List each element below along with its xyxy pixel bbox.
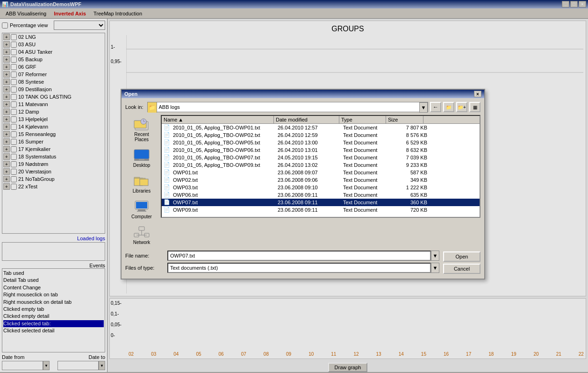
nav-network[interactable]: Network (127, 223, 157, 247)
dialog-title-text: Open (124, 91, 137, 97)
nav-libraries-label: Libraries (133, 188, 151, 194)
back-button[interactable]: ← (430, 102, 441, 112)
col-size-header[interactable]: Size (386, 116, 423, 123)
svg-rect-13 (134, 177, 140, 178)
footer-inputs: File name: ▼ Files of type: Text documen… (125, 251, 439, 275)
file-date-cell: 26.04.2010 13:02 (278, 162, 343, 168)
look-in-dropdown-btn[interactable]: ▼ (419, 102, 428, 113)
file-icon: 📄 (164, 207, 171, 213)
file-name-input[interactable] (167, 251, 431, 261)
file-row[interactable]: 📄 OWP02.txt 23.06.2008 09:06 Text Docume… (162, 176, 480, 184)
file-name-cell: OWP06.txt (173, 192, 278, 198)
desktop-icon (132, 148, 151, 163)
file-type-cell: Text Document (343, 200, 390, 205)
file-size-cell: 6 529 KB (390, 140, 427, 145)
dialog-toolbar: Look in: 📁 ABB logs ▼ ← 📁 📁+ ▦ (125, 102, 480, 112)
nav-recent-label: Recent Places (129, 132, 155, 142)
file-type-cell: Text Document (343, 170, 390, 175)
dialog-title-bar: Open × (122, 90, 484, 98)
file-type-cell: Text Document (343, 192, 390, 198)
nav-desktop[interactable]: Desktop (127, 146, 157, 170)
file-row[interactable]: 📄 2010_01_05, Applog_TBO-OWP05.txt 26.04… (162, 139, 480, 146)
svg-rect-14 (140, 179, 148, 186)
file-icon: 📄 (164, 147, 171, 153)
file-name-cell: 2010_01_05, Applog_TBO-OWP09.txt (173, 162, 278, 168)
open-button[interactable]: Open (443, 251, 480, 262)
file-date-cell: 23.06.2008 09:11 (278, 200, 343, 205)
file-name-cell: OWP02.txt (173, 177, 278, 183)
file-row[interactable]: 📄 2010_01_05, Applog_TBO-OWP06.txt 26.04… (162, 146, 480, 154)
file-type-cell: Text Document (343, 132, 390, 138)
file-row[interactable]: 📄 2010_01_05, Applog_TBO-OWP09.txt 26.04… (162, 161, 480, 169)
file-row[interactable]: 📄 OWP07.txt 23.06.2008 09:11 Text Docume… (162, 199, 480, 206)
svg-rect-9 (134, 150, 149, 159)
file-date-cell: 23.06.2008 09:11 (278, 207, 343, 213)
cancel-button[interactable]: Cancel (443, 264, 480, 274)
nav-computer[interactable]: Computer (127, 197, 157, 221)
file-name-cell: 2010_01_05, Applog_TBO-OWP07.txt (173, 155, 278, 160)
file-icon: 📄 (164, 139, 171, 146)
col-type-header[interactable]: Type (339, 116, 386, 123)
file-icon: 📄 (164, 177, 171, 183)
file-name-cell: 2010_01_05, Applog_TBO-OWP02.txt (173, 132, 278, 138)
files-type-value[interactable]: Text documents (.txt) (167, 263, 431, 273)
file-type-cell: Text Document (343, 162, 390, 168)
file-size-cell: 7 039 KB (390, 155, 427, 160)
file-date-cell: 26.04.2010 13:01 (278, 147, 343, 153)
file-name-dropdown-btn[interactable]: ▼ (431, 251, 439, 261)
file-name-cell: OWP01.txt (173, 170, 278, 175)
file-icon: 📄 (164, 154, 171, 161)
create-folder-button[interactable]: 📁+ (456, 102, 467, 112)
look-in-label: Look in: (125, 104, 143, 110)
file-row[interactable]: 📄 2010_01_05, Applog_TBO-OWP07.txt 24.05… (162, 154, 480, 161)
col-name-header[interactable]: Name ▲ (162, 116, 274, 123)
nav-libraries[interactable]: Libraries (127, 172, 157, 195)
file-name-cell: 2010_01_05, Applog_TBO-OWP06.txt (173, 147, 278, 153)
file-type-cell: Text Document (343, 155, 390, 160)
recent-places-icon (132, 117, 151, 132)
dialog-close-button[interactable]: × (474, 91, 481, 97)
view-button[interactable]: ▦ (469, 102, 480, 112)
svg-rect-17 (136, 202, 147, 208)
col-date-header[interactable]: Date modified (274, 116, 339, 123)
look-in-value[interactable]: ABB logs (157, 102, 419, 112)
file-row[interactable]: 📄 OWP01.txt 23.06.2008 09:07 Text Docume… (162, 169, 480, 176)
files-type-dropdown-btn[interactable]: ▼ (431, 263, 439, 273)
libraries-icon (132, 173, 151, 188)
file-icon: 📄 (164, 169, 171, 176)
file-date-cell: 26.04.2010 12:59 (278, 132, 343, 138)
dialog-content: Recent Places Desktop (125, 115, 480, 247)
file-row[interactable]: 📄 2010_01_05, Applog_TBO-OWP02.txt 26.04… (162, 131, 480, 139)
svg-rect-19 (137, 211, 146, 212)
file-size-cell: 349 KB (390, 177, 427, 183)
file-row[interactable]: 📄 OWP06.txt 23.06.2008 09:11 Text Docume… (162, 191, 480, 199)
files-type-label: Files of type: (125, 265, 167, 271)
file-type-cell: Text Document (343, 125, 390, 130)
computer-icon (132, 199, 151, 214)
svg-rect-15 (140, 178, 145, 179)
file-date-cell: 26.04.2010 13:00 (278, 140, 343, 145)
file-icon: 📄 (164, 132, 171, 138)
file-row[interactable]: 📄 2010_01_05, Applog_TBO-OWP01.txt 26.04… (162, 124, 480, 131)
file-row[interactable]: 📄 OWP09.txt 23.06.2008 09:11 Text Docume… (162, 206, 480, 214)
file-name-cell: 2010_01_05, Applog_TBO-OWP05.txt (173, 140, 278, 145)
file-size-cell: 9 233 KB (390, 162, 427, 168)
file-size-cell: 8 632 KB (390, 147, 427, 153)
file-date-cell: 23.06.2008 09:06 (278, 177, 343, 183)
file-size-cell: 360 KB (390, 200, 427, 205)
dialog-overlay: Open × Look in: 📁 ABB logs ▼ ← 📁 📁+ ▦ (0, 0, 588, 373)
files-type-row: Files of type: Text documents (.txt) ▼ (125, 263, 439, 273)
file-icon: 📄 (164, 192, 171, 198)
file-icon: 📄 (164, 162, 171, 168)
file-row[interactable]: 📄 OWP03.txt 23.06.2008 09:10 Text Docume… (162, 184, 480, 191)
file-name-cell: 2010_01_05, Applog_TBO-OWP01.txt (173, 125, 278, 130)
new-folder-button[interactable]: 📁 (443, 102, 454, 112)
network-icon (132, 225, 151, 240)
file-date-cell: 23.06.2008 09:07 (278, 170, 343, 175)
nav-recent-places[interactable]: Recent Places (127, 115, 157, 144)
file-size-cell: 720 KB (390, 207, 427, 213)
dialog-footer: File name: ▼ Files of type: Text documen… (125, 251, 480, 275)
file-date-cell: 26.04.2010 12:57 (278, 125, 343, 130)
nav-computer-label: Computer (131, 214, 152, 219)
file-size-cell: 8 576 KB (390, 132, 427, 138)
